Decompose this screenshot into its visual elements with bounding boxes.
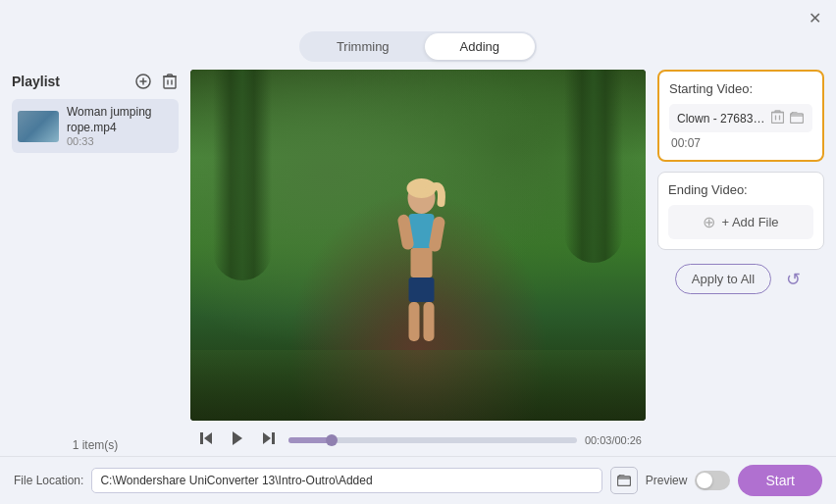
item-name: Woman jumping rope.mp4 xyxy=(67,105,173,135)
list-item[interactable]: Woman jumping rope.mp4 00:33 xyxy=(12,99,179,153)
progress-bar[interactable] xyxy=(288,437,577,443)
person-figure xyxy=(388,169,456,368)
title-bar: ✕ xyxy=(0,0,836,31)
main-window: ✕ Trimming Adding Playlist xyxy=(0,0,836,504)
left-panel: Playlist xyxy=(12,70,179,456)
ending-video-label: Ending Video: xyxy=(668,182,813,197)
starting-video-duration: 00:07 xyxy=(669,136,812,150)
video-thumbnail xyxy=(18,111,59,142)
playlist-actions xyxy=(133,72,179,91)
starting-video-section: Starting Video: Clown - 27683.mp4 xyxy=(657,70,824,162)
item-duration: 00:33 xyxy=(67,135,173,147)
svg-rect-13 xyxy=(424,302,435,341)
close-button[interactable]: ✕ xyxy=(805,8,824,27)
start-button[interactable]: Start xyxy=(738,465,822,496)
svg-marker-16 xyxy=(204,432,212,444)
tabs-bar: Trimming Adding xyxy=(0,31,836,62)
starting-video-filename: Clown - 27683.mp4 xyxy=(677,112,766,126)
progress-thumb xyxy=(326,434,338,446)
tab-container: Trimming Adding xyxy=(299,31,537,62)
item-count: 1 item(s) xyxy=(12,434,179,456)
svg-rect-12 xyxy=(409,302,420,341)
starting-video-browse-button[interactable] xyxy=(789,110,805,127)
toggle-thumb xyxy=(697,473,712,488)
tab-trimming[interactable]: Trimming xyxy=(301,33,425,60)
preview-toggle[interactable] xyxy=(695,471,730,490)
main-content: Playlist xyxy=(0,70,836,456)
svg-rect-21 xyxy=(772,113,784,124)
svg-rect-3 xyxy=(164,76,176,88)
play-button[interactable] xyxy=(226,428,249,452)
starting-video-delete-button[interactable] xyxy=(770,109,785,127)
add-file-icon: ⊕ xyxy=(703,213,715,231)
video-area: 00:03/00:26 xyxy=(190,70,646,456)
svg-rect-10 xyxy=(411,248,433,277)
tree-right-decoration xyxy=(564,70,623,263)
preview-label: Preview xyxy=(646,474,688,487)
apply-to-all-button[interactable]: Apply to All xyxy=(675,264,771,294)
tab-adding[interactable]: Adding xyxy=(425,33,535,60)
prev-button[interactable] xyxy=(194,428,218,452)
starting-video-file-row: Clown - 27683.mp4 xyxy=(669,104,812,132)
playlist-header: Playlist xyxy=(12,70,179,93)
apply-row: Apply to All ↺ xyxy=(657,264,824,294)
file-location-label: File Location: xyxy=(14,474,83,487)
delete-playlist-button[interactable] xyxy=(161,72,179,91)
bottom-bar: File Location: Preview Start xyxy=(0,456,836,504)
tree-left-decoration xyxy=(213,70,272,280)
item-info: Woman jumping rope.mp4 00:33 xyxy=(67,105,173,147)
svg-rect-11 xyxy=(409,277,435,302)
svg-rect-17 xyxy=(200,432,203,444)
file-path-input[interactable] xyxy=(91,468,601,493)
svg-marker-18 xyxy=(233,431,242,445)
svg-rect-20 xyxy=(272,432,275,444)
refresh-button[interactable]: ↺ xyxy=(779,266,807,293)
add-file-button[interactable]: ⊕ + Add File xyxy=(668,205,813,239)
time-display: 00:03/00:26 xyxy=(585,434,642,446)
video-player xyxy=(190,70,646,421)
svg-marker-19 xyxy=(263,432,271,444)
playlist-title: Playlist xyxy=(12,74,60,89)
browse-folder-button[interactable] xyxy=(610,467,638,494)
next-button[interactable] xyxy=(257,428,281,452)
video-background xyxy=(190,70,646,421)
ending-video-section: Ending Video: ⊕ + Add File xyxy=(657,172,824,250)
add-to-playlist-button[interactable] xyxy=(133,72,153,91)
controls-bar: 00:03/00:26 xyxy=(190,421,646,456)
add-file-label: + Add File xyxy=(721,215,778,229)
starting-video-label: Starting Video: xyxy=(669,81,812,96)
right-panel: Starting Video: Clown - 27683.mp4 xyxy=(657,70,824,456)
playlist-items: Woman jumping rope.mp4 00:33 xyxy=(12,99,179,428)
